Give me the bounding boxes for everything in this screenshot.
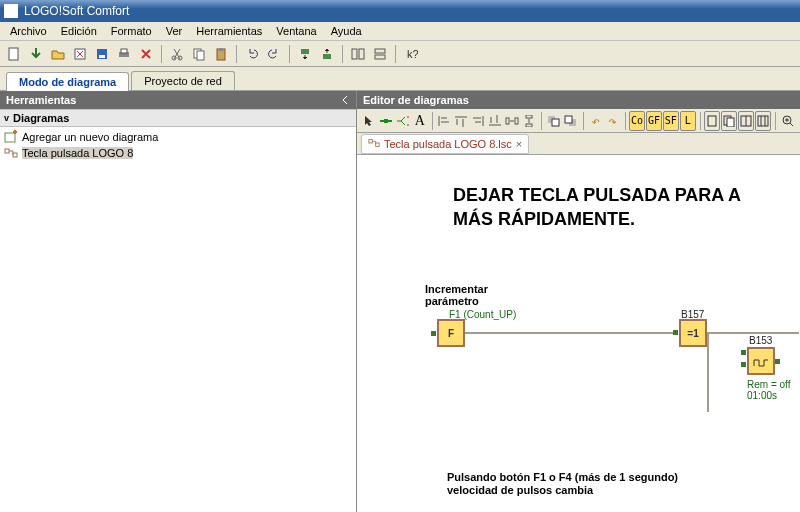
svg-rect-35 bbox=[758, 116, 768, 126]
canvas-note-1: Pulsando botón F1 o F4 (más de 1 segundo… bbox=[447, 471, 678, 483]
wire bbox=[707, 332, 799, 334]
layout1-icon[interactable] bbox=[348, 44, 368, 64]
page-single-icon[interactable] bbox=[704, 111, 720, 131]
close-icon[interactable] bbox=[70, 44, 90, 64]
svg-rect-25 bbox=[526, 115, 532, 118]
block-f[interactable]: F bbox=[437, 319, 465, 347]
page-3col-icon[interactable] bbox=[755, 111, 771, 131]
menu-herramientas[interactable]: Herramientas bbox=[190, 24, 268, 38]
canvas-title-2: MÁS RÁPIDAMENTE. bbox=[453, 209, 635, 230]
svg-rect-9 bbox=[197, 51, 204, 60]
layout2-icon[interactable] bbox=[370, 44, 390, 64]
label-b153-rem2: 01:00s bbox=[747, 390, 777, 401]
editor-panel: Editor de diagramas A ↶ ↷ Co GF SF L bbox=[357, 91, 800, 512]
svg-rect-13 bbox=[323, 54, 331, 59]
page-stack-icon[interactable] bbox=[721, 111, 737, 131]
svg-rect-24 bbox=[515, 118, 518, 124]
paste-icon[interactable] bbox=[211, 44, 231, 64]
new-icon[interactable] bbox=[4, 44, 24, 64]
diagrams-section-header[interactable]: v Diagramas bbox=[0, 109, 356, 127]
tab-proyecto-red[interactable]: Proyecto de red bbox=[131, 71, 235, 90]
copy-icon[interactable] bbox=[189, 44, 209, 64]
tree-diagram-item[interactable]: Tecla pulsada LOGO 8 bbox=[4, 145, 352, 161]
svg-rect-20 bbox=[5, 149, 9, 153]
align-left-icon[interactable] bbox=[436, 111, 452, 131]
align-right-icon[interactable] bbox=[470, 111, 486, 131]
wire bbox=[465, 332, 675, 334]
file-tab[interactable]: Tecla pulsada LOGO 8.lsc × bbox=[361, 134, 529, 154]
add-diagram-icon bbox=[4, 130, 18, 144]
block-b157[interactable]: =1 bbox=[679, 319, 707, 347]
tab-modo-diagrama[interactable]: Modo de diagrama bbox=[6, 72, 129, 91]
label-b153: B153 bbox=[749, 335, 772, 346]
diagram-file-icon bbox=[368, 137, 380, 151]
tree-item-label: Tecla pulsada LOGO 8 bbox=[22, 147, 133, 159]
dist-v-icon[interactable] bbox=[521, 111, 537, 131]
svg-rect-5 bbox=[121, 49, 127, 53]
redo-icon[interactable] bbox=[264, 44, 284, 64]
pin bbox=[775, 359, 780, 364]
label-incrementar-2: parámetro bbox=[425, 295, 479, 307]
align-bottom-icon[interactable] bbox=[487, 111, 503, 131]
svg-rect-22 bbox=[384, 119, 388, 123]
tools-panel-header: Herramientas bbox=[0, 91, 356, 109]
app-icon bbox=[4, 4, 18, 18]
menu-bar: Archivo Edición Formato Ver Herramientas… bbox=[0, 22, 800, 41]
ed-redo-icon[interactable]: ↷ bbox=[605, 111, 621, 131]
svg-rect-21 bbox=[13, 153, 17, 157]
dist-h-icon[interactable] bbox=[504, 111, 520, 131]
menu-ventana[interactable]: Ventana bbox=[270, 24, 322, 38]
badge-l[interactable]: L bbox=[680, 111, 696, 131]
cut-icon[interactable] bbox=[167, 44, 187, 64]
canvas-title-1: DEJAR TECLA PULSADA PARA A bbox=[453, 185, 741, 206]
align-top-icon[interactable] bbox=[453, 111, 469, 131]
pin bbox=[741, 350, 746, 355]
diagram-tree: Agregar un nuevo diagrama Tecla pulsada … bbox=[0, 127, 356, 512]
block-b153[interactable] bbox=[747, 347, 775, 375]
bring-front-icon[interactable] bbox=[546, 111, 562, 131]
delete-icon[interactable] bbox=[136, 44, 156, 64]
split-icon[interactable] bbox=[395, 111, 411, 131]
menu-ayuda[interactable]: Ayuda bbox=[325, 24, 368, 38]
menu-ver[interactable]: Ver bbox=[160, 24, 189, 38]
file-tab-close-icon[interactable]: × bbox=[516, 138, 522, 150]
svg-point-7 bbox=[178, 56, 182, 60]
svg-rect-12 bbox=[301, 49, 309, 54]
print-icon[interactable] bbox=[114, 44, 134, 64]
transfer-up-icon[interactable] bbox=[317, 44, 337, 64]
download-icon[interactable] bbox=[26, 44, 46, 64]
svg-rect-31 bbox=[708, 116, 716, 126]
mode-tabs: Modo de diagrama Proyecto de red bbox=[0, 67, 800, 91]
svg-rect-14 bbox=[352, 49, 357, 59]
tree-add-new-diagram[interactable]: Agregar un nuevo diagrama bbox=[4, 129, 352, 145]
diagram-canvas[interactable]: DEJAR TECLA PULSADA PARA A MÁS RÁPIDAMEN… bbox=[357, 155, 800, 512]
save-icon[interactable] bbox=[92, 44, 112, 64]
pointer-icon[interactable] bbox=[361, 111, 377, 131]
svg-rect-17 bbox=[375, 55, 385, 59]
svg-rect-37 bbox=[369, 139, 372, 142]
collapse-left-icon[interactable] bbox=[340, 95, 350, 105]
open-icon[interactable] bbox=[48, 44, 68, 64]
svg-rect-3 bbox=[99, 55, 105, 58]
file-tab-strip: Tecla pulsada LOGO 8.lsc × bbox=[357, 133, 800, 155]
menu-archivo[interactable]: Archivo bbox=[4, 24, 53, 38]
pin bbox=[673, 330, 678, 335]
undo-icon[interactable] bbox=[242, 44, 262, 64]
help-icon[interactable]: k? bbox=[401, 44, 421, 64]
ed-undo-icon[interactable]: ↶ bbox=[588, 111, 604, 131]
menu-formato[interactable]: Formato bbox=[105, 24, 158, 38]
connector-icon[interactable] bbox=[378, 111, 394, 131]
send-back-icon[interactable] bbox=[563, 111, 579, 131]
badge-co[interactable]: Co bbox=[629, 111, 645, 131]
svg-rect-28 bbox=[552, 119, 559, 126]
zoom-in-icon[interactable] bbox=[780, 111, 796, 131]
transfer-down-icon[interactable] bbox=[295, 44, 315, 64]
badge-gf[interactable]: GF bbox=[646, 111, 662, 131]
page-2col-icon[interactable] bbox=[738, 111, 754, 131]
text-icon[interactable]: A bbox=[412, 111, 428, 131]
editor-panel-title: Editor de diagramas bbox=[363, 94, 469, 106]
svg-rect-15 bbox=[359, 49, 364, 59]
menu-edicion[interactable]: Edición bbox=[55, 24, 103, 38]
badge-sf[interactable]: SF bbox=[663, 111, 679, 131]
window-title: LOGO!Soft Comfort bbox=[24, 4, 129, 18]
